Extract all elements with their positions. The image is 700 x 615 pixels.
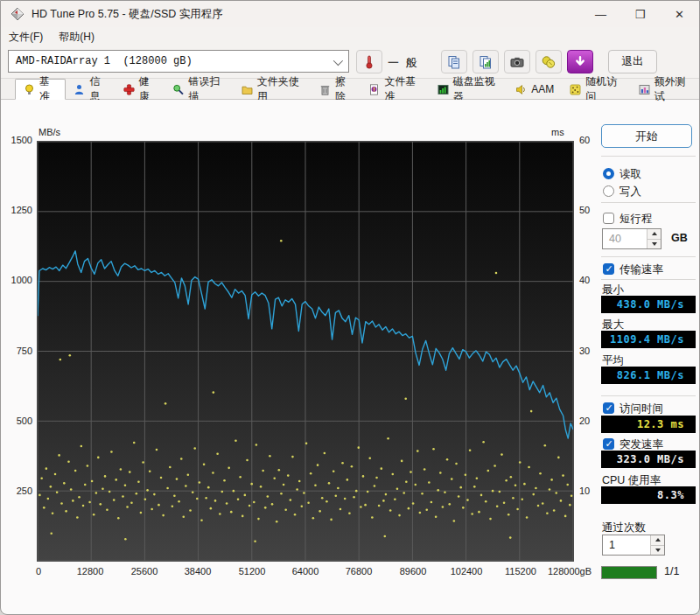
- tab-benchmark[interactable]: 基准: [15, 79, 66, 100]
- progress-bar: [601, 566, 657, 579]
- update-button[interactable]: [567, 50, 593, 73]
- x-tick: 25600: [131, 566, 158, 577]
- y2-tick: 10: [579, 486, 590, 496]
- thermometer-icon: [361, 54, 377, 70]
- y2-tick: 50: [579, 205, 590, 215]
- exit-button[interactable]: 退出: [608, 50, 657, 73]
- avg-value-lcd: 826.1 MB/s: [601, 367, 696, 384]
- tab-folder-usage[interactable]: 文件夹使用: [234, 79, 312, 100]
- minimize-icon[interactable]: —: [581, 1, 620, 27]
- read-radio[interactable]: 读取: [603, 167, 641, 182]
- person-icon: [74, 84, 85, 95]
- tab-error-scan[interactable]: 错误扫描: [164, 79, 233, 100]
- radio-icon: [603, 185, 614, 197]
- x-tick: 128000gB: [548, 566, 592, 577]
- transfer-rate-label: 传输速率: [620, 263, 663, 276]
- write-radio[interactable]: 写入: [603, 185, 641, 199]
- drive-select-value: AMD-RAIDArray 1 (128000 gB): [16, 55, 192, 67]
- tab-bar: 基准 信息 健康 错误扫描 文件夹使用 擦除 文件基准 磁盘监视器: [1, 78, 699, 100]
- y-tick: 500: [1, 416, 32, 426]
- tab-file-benchmark[interactable]: 文件基准: [360, 79, 429, 100]
- burst-rate-lcd: 323.0 MB/s: [601, 451, 696, 468]
- y-tick: 250: [1, 486, 32, 496]
- tab-health[interactable]: 健康: [116, 79, 164, 100]
- tab-aam[interactable]: AAM: [508, 79, 562, 100]
- y-tick: 1000: [1, 275, 32, 285]
- y2-tick: 60: [579, 135, 590, 145]
- trash-icon: [319, 84, 331, 95]
- divider: [601, 256, 696, 257]
- menu-help[interactable]: 帮助(H): [59, 30, 94, 45]
- min-value-lcd: 438.0 MB/s: [601, 296, 696, 313]
- save-results-button[interactable]: [536, 50, 562, 73]
- bar-chart-icon: [639, 84, 650, 95]
- benchmark-plot: [37, 141, 574, 562]
- read-label: 读取: [620, 168, 641, 180]
- lightbulb-icon: [24, 84, 35, 95]
- speaker-icon: [515, 84, 527, 95]
- camera-icon: [509, 54, 525, 70]
- tab-erase[interactable]: 擦除: [312, 79, 360, 100]
- y-tick: 750: [1, 346, 32, 356]
- short-stroke-value: 40: [609, 233, 621, 245]
- menu-bar: 文件(F) 帮助(H): [1, 27, 699, 46]
- divider: [601, 202, 696, 203]
- screenshot-button[interactable]: [504, 50, 530, 73]
- x-tick: 89600: [400, 566, 427, 577]
- menu-file[interactable]: 文件(F): [9, 30, 43, 45]
- coins-icon: [541, 54, 556, 70]
- short-stroke-spinner[interactable]: [647, 229, 661, 248]
- transfer-rate-checkbox[interactable]: 传输速率: [603, 262, 663, 277]
- pass-count-label: 通过次数: [602, 521, 646, 535]
- temperature-button[interactable]: [356, 50, 382, 73]
- drive-select-dropdown[interactable]: AMD-RAIDArray 1 (128000 gB): [8, 50, 349, 73]
- tab-extra-tests[interactable]: 额外测试: [631, 79, 699, 100]
- checkbox-checked-icon: [603, 263, 614, 275]
- checkbox-icon: [603, 213, 614, 224]
- short-stroke-input[interactable]: 40: [602, 228, 662, 249]
- radio-selected-icon: [603, 168, 614, 179]
- tab-random-access[interactable]: 随机访问: [562, 79, 630, 100]
- left-axis-unit: MB/s: [38, 127, 60, 137]
- x-tick: 0: [36, 566, 41, 577]
- results-panel: 开始 读取 写入 短行程 40 GB 传输速率 最小 438.0 MB/s 最大…: [601, 100, 699, 603]
- file-benchmark-icon: [368, 84, 380, 95]
- short-stroke-label: 短行程: [620, 213, 653, 225]
- benchmark-plot-svg: [38, 142, 573, 561]
- toolbar: AMD-RAIDArray 1 (128000 gB) 一 般: [1, 46, 699, 78]
- title-bar: HD Tune Pro 5.75 - 硬盘/SSD 实用程序 — ❒ ✕: [1, 1, 699, 27]
- copy-text-button[interactable]: [441, 50, 467, 73]
- chevron-down-icon: [333, 56, 343, 66]
- y2-tick: 30: [579, 346, 590, 356]
- pass-count-value: 1: [609, 539, 615, 551]
- x-tick: 38400: [185, 566, 212, 577]
- checkbox-checked-icon: [603, 438, 614, 450]
- start-button[interactable]: 开始: [601, 124, 692, 148]
- folder-icon: [242, 84, 253, 95]
- y2-tick: 40: [579, 275, 590, 285]
- access-time-checkbox[interactable]: 访问时间: [603, 402, 663, 416]
- pass-count-spinner[interactable]: [650, 535, 664, 555]
- y2-tick: 20: [579, 416, 590, 426]
- short-stroke-checkbox[interactable]: 短行程: [603, 212, 653, 227]
- copy-chart-icon: [478, 54, 494, 70]
- chart-area: MB/s ms 1500 1250 1000 750 500 250 60 50…: [1, 100, 598, 603]
- max-value-lcd: 1109.4 MB/s: [601, 331, 696, 348]
- x-tick: 64000: [292, 566, 319, 577]
- right-axis-unit: ms: [551, 127, 564, 137]
- red-cross-icon: [123, 84, 135, 95]
- tab-info[interactable]: 信息: [66, 79, 115, 100]
- divider: [601, 395, 696, 396]
- pass-count-input[interactable]: 1: [602, 535, 665, 556]
- copy-pages-icon: [446, 54, 462, 70]
- access-time-label: 访问时间: [620, 402, 663, 415]
- access-time-lcd: 12.3 ms: [601, 416, 696, 433]
- x-tick: 12800: [77, 566, 104, 577]
- maximize-icon[interactable]: ❒: [620, 1, 660, 27]
- tab-label: AAM: [531, 83, 554, 95]
- copy-image-button[interactable]: [472, 50, 499, 73]
- close-icon[interactable]: ✕: [660, 1, 699, 27]
- cpu-usage-lcd: 8.3%: [601, 486, 696, 504]
- x-tick: 76800: [346, 566, 373, 577]
- tab-disk-monitor[interactable]: 磁盘监视器: [430, 79, 508, 100]
